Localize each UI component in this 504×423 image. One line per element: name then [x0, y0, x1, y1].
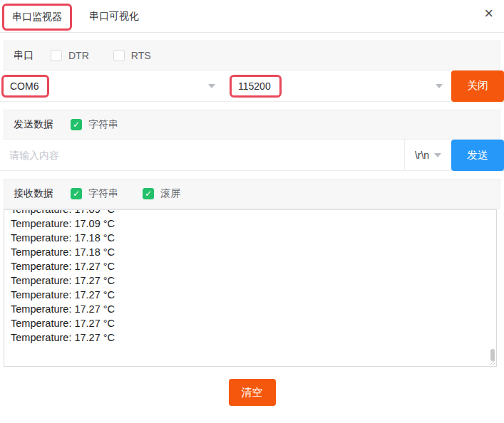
receive-section-label: 接收数据	[14, 187, 53, 200]
log-line: Temperature: 17.27 °C	[11, 259, 490, 273]
chevron-down-icon	[434, 153, 441, 161]
line-ending-value: \r\n	[415, 150, 429, 161]
clear-button[interactable]: 清空	[229, 379, 276, 406]
log-line: Temperature: 17.09 °C	[11, 209, 490, 216]
send-row: \r\n 发送	[0, 140, 504, 171]
dtr-checkbox[interactable]: DTR	[51, 50, 89, 61]
scroll-checkbox-box[interactable]: ✓	[143, 188, 154, 199]
tab-bar: 串口监视器 串口可视化 ×	[0, 0, 504, 33]
dtr-checkbox-box[interactable]	[51, 50, 62, 61]
log-line: Temperature: 17.27 °C	[11, 316, 490, 330]
port-select-value: COM6	[10, 80, 38, 92]
serial-section-header: 串口 DTR RTS	[4, 41, 500, 70]
dtr-checkbox-label: DTR	[68, 50, 89, 61]
rts-checkbox[interactable]: RTS	[113, 50, 151, 61]
serial-section-label: 串口	[14, 49, 34, 62]
port-select[interactable]: COM6	[1, 70, 224, 101]
line-ending-select[interactable]: \r\n	[404, 140, 451, 170]
send-button[interactable]: 发送	[451, 140, 504, 171]
log-line: Temperature: 17.09 °C	[11, 216, 490, 231]
send-string-checkbox[interactable]: ✓ 字符串	[71, 118, 118, 131]
receive-section-header: 接收数据 ✓ 字符串 ✓ 滚屏	[4, 179, 500, 209]
close-icon[interactable]: ×	[484, 6, 493, 21]
receive-string-checkbox-label: 字符串	[88, 187, 118, 200]
annotation-box-port: COM6	[1, 75, 49, 98]
check-icon: ✓	[73, 189, 80, 198]
tab-serial-visualization-label: 串口可视化	[89, 10, 139, 21]
receive-log-content: Temperature: 17.09 °C Temperature: 17.09…	[4, 209, 496, 345]
baud-select-value: 115200	[238, 80, 271, 92]
tab-serial-visualization[interactable]: 串口可视化	[81, 5, 147, 28]
send-input[interactable]	[0, 140, 404, 170]
log-line: Temperature: 17.27 °C	[11, 288, 490, 302]
tab-serial-monitor-label: 串口监视器	[12, 11, 62, 22]
log-line: Temperature: 17.27 °C	[11, 330, 490, 345]
log-line: Temperature: 17.27 °C	[11, 273, 490, 288]
serial-config-row: COM6 115200 关闭	[0, 70, 504, 102]
receive-string-checkbox[interactable]: ✓ 字符串	[71, 187, 118, 200]
log-line: Temperature: 17.27 °C	[11, 302, 490, 316]
send-section-header: 发送数据 ✓ 字符串	[4, 110, 500, 140]
rts-checkbox-box[interactable]	[113, 50, 125, 61]
chevron-down-icon	[436, 84, 443, 92]
scroll-checkbox[interactable]: ✓ 滚屏	[143, 187, 180, 200]
scrollbar-thumb[interactable]	[490, 349, 495, 361]
check-icon: ✓	[73, 120, 80, 129]
rts-checkbox-label: RTS	[131, 50, 151, 61]
send-string-checkbox-box[interactable]: ✓	[71, 119, 82, 130]
check-icon: ✓	[145, 189, 152, 198]
receive-log-area[interactable]: Temperature: 17.09 °C Temperature: 17.09…	[4, 209, 497, 367]
log-line: Temperature: 17.18 °C	[11, 231, 490, 245]
baud-select[interactable]: 115200	[230, 70, 451, 101]
scroll-checkbox-label: 滚屏	[160, 187, 180, 200]
chevron-down-icon	[208, 84, 215, 92]
close-port-button[interactable]: 关闭	[451, 70, 504, 102]
log-line: Temperature: 17.18 °C	[11, 245, 490, 259]
send-section-label: 发送数据	[14, 118, 53, 131]
annotation-box-baud: 115200	[230, 75, 282, 98]
send-string-checkbox-label: 字符串	[88, 118, 118, 131]
receive-string-checkbox-box[interactable]: ✓	[71, 188, 82, 199]
tab-serial-monitor[interactable]: 串口监视器	[2, 4, 72, 31]
